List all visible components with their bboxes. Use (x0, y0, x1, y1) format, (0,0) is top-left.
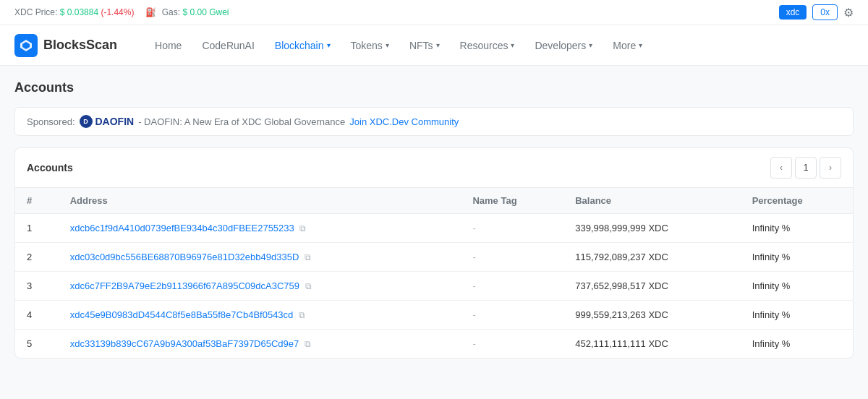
row-percentage: Infinity % (741, 301, 853, 330)
main-content: Accounts Sponsored: D DAOFIN - DAOFIN: A… (0, 66, 868, 373)
pagination-next[interactable]: › (820, 157, 841, 179)
copy-icon[interactable]: ⧉ (305, 252, 311, 262)
accounts-table: # Address Name Tag Balance Percentage 1 … (15, 188, 853, 358)
accounts-table-card: Accounts ‹ 1 › # Address Name Tag Balanc… (14, 147, 854, 359)
logo-text: BlocksScan (43, 38, 117, 53)
nav-more[interactable]: More ▾ (604, 34, 651, 57)
row-num: 1 (15, 214, 59, 243)
table-row: 2 xdc03c0d9bc556BE68870B96976e81D32ebb49… (15, 243, 853, 272)
copy-icon[interactable]: ⧉ (305, 339, 311, 349)
row-balance: 737,652,998,517 XDC (563, 272, 740, 301)
nav-developers[interactable]: Developers ▾ (526, 34, 601, 57)
logo-icon (14, 34, 38, 57)
nfts-chevron: ▾ (436, 41, 440, 49)
row-num: 3 (15, 272, 59, 301)
table-row: 4 xdc45e9B0983dD4544C8f5e8Ba55f8e7Cb4Bf0… (15, 301, 853, 330)
table-row: 3 xdc6c7FF2B9A79eE2b9113966f67A895C09dcA… (15, 272, 853, 301)
nav-home[interactable]: Home (146, 34, 190, 57)
developers-chevron: ▾ (589, 41, 592, 49)
row-num: 4 (15, 301, 59, 330)
pagination-current: 1 (795, 157, 817, 179)
gas-label: Gas: (162, 7, 180, 17)
top-bar-right: xdc 0x ⚙ (779, 4, 854, 20)
xdc-price-change: (-1.44%) (101, 7, 134, 17)
row-balance: 339,998,999,999 XDC (563, 214, 740, 243)
row-nametag: - (461, 330, 563, 359)
row-percentage: Infinity % (741, 214, 853, 243)
table-head-row: # Address Name Tag Balance Percentage (15, 188, 853, 214)
xdc-price-label: XDC Price: (14, 7, 57, 17)
table-row: 1 xdcb6c1f9dA410d0739efBE934b4c30dFBEE27… (15, 214, 853, 243)
nav-blockchain[interactable]: Blockchain ▾ (266, 34, 339, 57)
gas-icon: ⛽ (145, 7, 156, 17)
navbar: BlocksScan Home CodeRunAI Blockchain ▾ T… (0, 25, 868, 66)
xdc-price-value: $ 0.03884 (60, 7, 98, 17)
address-link[interactable]: xdc03c0d9bc556BE68870B96976e81D32ebb49d3… (70, 252, 299, 262)
gas-price: $ 0.00 Gwei (182, 7, 229, 17)
nav-nfts[interactable]: NFTs ▾ (401, 34, 448, 57)
row-nametag: - (461, 243, 563, 272)
address-link[interactable]: xdc45e9B0983dD4544C8f5e8Ba55f8e7Cb4Bf054… (70, 309, 294, 320)
xdc-button[interactable]: xdc (779, 5, 807, 20)
tokens-chevron: ▾ (386, 41, 389, 49)
row-nametag: - (461, 214, 563, 243)
top-bar-left: XDC Price: $ 0.03884 (-1.44%) ⛽ Gas: $ 0… (14, 7, 229, 17)
row-num: 2 (15, 243, 59, 272)
gas-info: ⛽ Gas: $ 0.00 Gwei (145, 7, 229, 17)
table-row: 5 xdc33139b839cC67A9b9A300af53BaF7397D65… (15, 330, 853, 359)
settings-icon[interactable]: ⚙ (843, 6, 854, 20)
copy-icon[interactable]: ⧉ (305, 281, 312, 291)
col-nametag: Name Tag (461, 188, 563, 214)
table-head: # Address Name Tag Balance Percentage (15, 188, 853, 214)
copy-icon[interactable]: ⧉ (299, 310, 305, 320)
daofin-logo: D DAOFIN (80, 115, 135, 128)
row-percentage: Infinity % (741, 272, 853, 301)
row-balance: 115,792,089,237 XDC (563, 243, 740, 272)
row-address: xdc6c7FF2B9A79eE2b9113966f67A895C09dcA3C… (59, 272, 461, 301)
copy-icon[interactable]: ⧉ (299, 223, 306, 233)
row-address: xdc45e9B0983dD4544C8f5e8Ba55f8e7Cb4Bf054… (59, 301, 461, 330)
row-balance: 999,559,213,263 XDC (563, 301, 740, 330)
address-link[interactable]: xdc6c7FF2B9A79eE2b9113966f67A895C09dcA3C… (70, 280, 299, 291)
ox-button[interactable]: 0x (812, 4, 838, 20)
col-percentage: Percentage (741, 188, 853, 214)
daofin-desc: - DAOFIN: A New Era of XDC Global Govern… (138, 116, 345, 127)
daofin-link[interactable]: Join XDC.Dev Community (349, 116, 459, 127)
col-balance: Balance (563, 188, 740, 214)
row-nametag: - (461, 272, 563, 301)
sponsored-bar: Sponsored: D DAOFIN - DAOFIN: A New Era … (14, 107, 854, 136)
table-header: Accounts ‹ 1 › (15, 148, 853, 188)
more-chevron: ▾ (639, 41, 642, 49)
daofin-circle-icon: D (80, 115, 93, 128)
col-address: Address (59, 188, 461, 214)
pagination-prev[interactable]: ‹ (770, 157, 792, 179)
address-link[interactable]: xdc33139b839cC67A9b9A300af53BaF7397D65Cd… (70, 338, 299, 349)
xdc-price-info: XDC Price: $ 0.03884 (-1.44%) (14, 7, 134, 17)
nav-tokens[interactable]: Tokens ▾ (342, 34, 398, 57)
nav-items: Home CodeRunAI Blockchain ▾ Tokens ▾ NFT… (146, 34, 854, 57)
row-address: xdc33139b839cC67A9b9A300af53BaF7397D65Cd… (59, 330, 461, 359)
daofin-name: DAOFIN (95, 116, 135, 127)
sponsored-label: Sponsored: (27, 116, 75, 127)
logo[interactable]: BlocksScan (14, 34, 117, 57)
page-title: Accounts (14, 80, 854, 95)
pagination: ‹ 1 › (770, 157, 841, 179)
table-title: Accounts (27, 162, 73, 173)
row-nametag: - (461, 301, 563, 330)
row-balance: 452,111,111,111 XDC (563, 330, 740, 359)
row-num: 5 (15, 330, 59, 359)
row-address: xdcb6c1f9dA410d0739efBE934b4c30dFBEE2755… (59, 214, 461, 243)
table-body: 1 xdcb6c1f9dA410d0739efBE934b4c30dFBEE27… (15, 214, 853, 359)
nav-resources[interactable]: Resources ▾ (451, 34, 524, 57)
blockchain-chevron: ▾ (327, 41, 331, 49)
row-percentage: Infinity % (741, 330, 853, 359)
row-address: xdc03c0d9bc556BE68870B96976e81D32ebb49d3… (59, 243, 461, 272)
col-num: # (15, 188, 59, 214)
nav-coderunai[interactable]: CodeRunAI (193, 34, 263, 57)
top-bar: XDC Price: $ 0.03884 (-1.44%) ⛽ Gas: $ 0… (0, 0, 868, 25)
resources-chevron: ▾ (511, 41, 514, 49)
address-link[interactable]: xdcb6c1f9dA410d0739efBE934b4c30dFBEE2755… (70, 223, 294, 233)
row-percentage: Infinity % (741, 243, 853, 272)
